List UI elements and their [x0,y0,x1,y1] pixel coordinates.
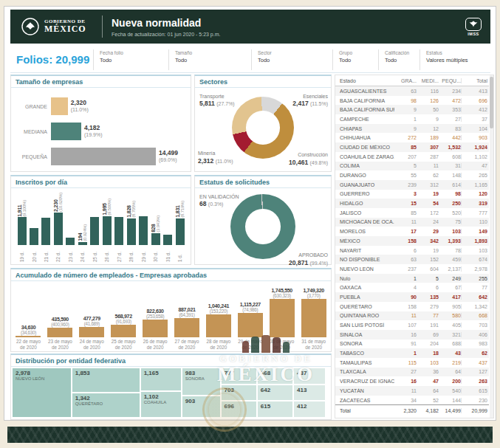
treemap-cell[interactable]: 696 [222,402,256,417]
cell-value: 413 [297,387,325,393]
bar-31d[interactable] [163,235,172,245]
x-axis-label: 28 de mayode 2020 [206,339,230,352]
table-row[interactable]: CAMPECHE192737 [335,114,489,124]
treemap-cell[interactable]: 615 [258,402,292,417]
bar-22d[interactable] [54,213,63,245]
bar-27[interactable] [174,318,199,337]
sectores-donut[interactable] [232,97,294,159]
table-row[interactable]: QUERÉTARO1582799051,342 [335,302,489,311]
value-pequena: 83 [439,126,461,131]
treemap-cell[interactable]: 1,165 [141,368,181,390]
state-name: GUANAJUATO [340,182,394,187]
table-row[interactable]: COAHUILA DE ZARAG...2072876081,102 [335,152,489,162]
table-row[interactable]: Nulo15249255 [335,274,489,283]
state-name: JALISCO [340,210,394,216]
table-row[interactable]: BAJA CALIFORNIA98126472696 [335,96,489,106]
col-pequena: PEQU... [439,78,461,83]
treemap-cell[interactable]: 2,978NUEVO LEÓN [13,368,71,417]
treemap-cell[interactable]: 642 [258,385,292,401]
inscritos-column: 1,828(8.705%)28 d. [126,190,136,262]
table-row[interactable]: NAYARIT61978103 [335,246,489,255]
table-row[interactable]: SINALOA1669321406 [335,330,489,340]
filter-grupo[interactable]: GrupoTodo [332,49,378,70]
bar-25[interactable] [111,325,136,337]
bar-27d[interactable] [114,217,123,245]
treemap-cell[interactable]: 1,102COAHUILA [141,392,181,417]
treemap-cell[interactable]: 412 [294,402,325,417]
table-row[interactable]: DURANGO5562148265 [335,170,489,180]
table-row[interactable]: BAJA CALIFORNIA SUR950353412 [335,105,489,114]
table-row[interactable]: PUEBLA90135417642 [335,292,489,302]
bar-26[interactable] [143,320,168,337]
table-row[interactable]: QUINTANA ROO1177580668 [335,311,489,321]
table-row[interactable]: CIUDAD DE MÉXICO853071,5321,924 [335,142,489,152]
bar-31[interactable] [301,299,326,337]
bar-26d[interactable] [103,216,112,245]
filter-estatus[interactable]: EstatusValores múltiples [419,49,490,70]
table-row[interactable]: COLIMA5113147 [335,162,489,171]
state-name: CIUDAD DE MÉXICO [340,145,394,150]
value-pequena: 219 [439,360,461,365]
treemap-cell[interactable]: 903 [182,396,220,417]
table-row[interactable]: SAN LUIS POTOSÍ107191405703 [335,320,489,330]
table-row[interactable]: YUCATÁN1164540615 [335,386,489,396]
bar-23[interactable] [47,328,72,337]
filter-sector[interactable]: SectorTodo [251,49,332,70]
table-row[interactable]: TLAXCALA273664127 [335,368,489,377]
treemap-cell[interactable]: 437 [294,368,325,384]
bar-29[interactable] [238,313,263,337]
treemap-cell[interactable]: 703 [222,385,256,401]
cell-value: 903 [185,398,220,404]
segment-value: 2,312 (11.0%) [198,157,233,165]
table-row[interactable]: ZACATECAS3452144230 [335,396,489,405]
table-row[interactable]: AGUASCALIENTES63116234413 [335,86,489,96]
bar-24d[interactable] [78,242,87,245]
table-row[interactable]: MORELOS1729103149 [335,227,489,236]
filter-calificación[interactable]: CalificaciónTodo [378,49,419,70]
bar-30d[interactable] [151,233,160,245]
table-row[interactable]: CHIAPAS91283104 [335,124,489,134]
bar-30[interactable] [270,299,295,337]
bar-grande[interactable] [51,97,68,115]
bar-29d[interactable] [139,216,148,245]
treemap-cell[interactable]: 413 [294,385,325,401]
bar-25d[interactable] [90,217,99,245]
table-row[interactable]: GUERRERO31998120 [335,190,489,199]
treemap-column: 983SONORA903 [182,368,220,417]
table-row[interactable]: OAXACA466777 [335,283,489,292]
filter-fecha-folio[interactable]: Fecha folioTodo [93,49,168,70]
treemap-cell[interactable]: 983SONORA [182,368,220,395]
bar-mediana[interactable] [51,123,81,140]
bar-21d[interactable] [41,218,50,245]
treemap-cell[interactable]: 668 [258,368,292,384]
table-row[interactable]: VERACRUZ DE IGNAC...1647200263 [335,376,489,386]
table-row[interactable]: GUANAJUATO2393126141,165 [335,180,489,190]
bar-28d[interactable] [127,218,136,245]
bar-28[interactable] [206,314,231,337]
table-row[interactable]: NO DISPONIBLE63152459674 [335,255,489,264]
treemap-cell[interactable]: 1,853 [72,368,140,392]
treemap-cell[interactable]: 777 [222,368,256,384]
table-row[interactable]: CHIHUAHUA272189442903 [335,133,489,142]
table-row[interactable]: MÉXICO1583421,3931,893 [335,236,489,246]
bar-20d[interactable] [30,228,38,245]
bar-24[interactable] [79,327,104,337]
table-scrollbar[interactable] [490,75,493,418]
bar-22[interactable] [16,336,41,337]
table-row[interactable]: HIDALGO1554250319 [335,199,489,208]
bar-1d[interactable] [176,218,185,245]
table-row[interactable]: SONORA91204688983 [335,340,489,349]
table-row[interactable]: NUEVO LEÓN2376042,1372,978 [335,264,489,274]
bar-value: 1,745,550 [271,288,292,293]
bar-19d[interactable] [18,217,27,245]
treemap-cell[interactable]: 1,342QUERÉTARO [72,393,140,417]
bar-23d[interactable] [66,238,75,245]
estatus-donut[interactable] [230,194,295,259]
table-row[interactable]: TAMAULIPAS115103219437 [335,358,489,368]
filter-tamaño[interactable]: TamañoTodo [168,49,251,70]
table-row[interactable]: TABASCO1184362 [335,348,489,358]
table-row[interactable]: MICHOACÁN DE OCA...112475110 [335,218,489,227]
bar-pequeña[interactable] [51,148,156,165]
scrollbar-thumb[interactable] [490,77,493,128]
table-row[interactable]: JALISCO85172520777 [335,208,489,218]
